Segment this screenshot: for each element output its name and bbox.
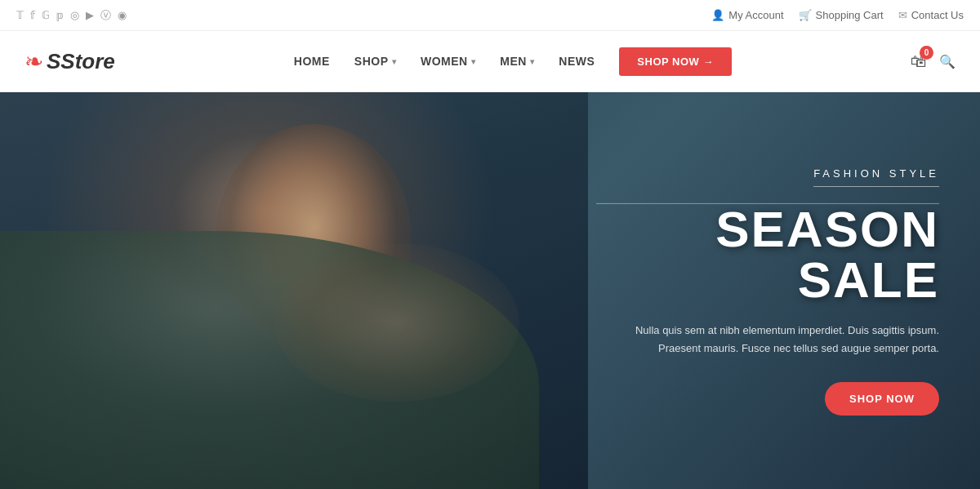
men-dropdown-arrow: ▾: [530, 57, 535, 66]
shopping-cart-link[interactable]: 🛒 Shopping Cart: [799, 9, 884, 21]
main-nav: HOME SHOP ▾ WOMEN ▾ MEN ▾ NEWS SHOP NOW …: [294, 47, 732, 76]
search-button[interactable]: 🔍: [939, 54, 956, 69]
nav-men[interactable]: MEN ▾: [500, 55, 534, 68]
hero-shop-now-button[interactable]: SHOP NOW: [825, 382, 939, 416]
my-account-link[interactable]: 👤 My Account: [711, 9, 783, 21]
logo[interactable]: ❧ SStore: [24, 48, 115, 75]
nav-home[interactable]: HOME: [294, 55, 330, 68]
vimeo-icon[interactable]: ⓥ: [100, 8, 111, 23]
pinterest-icon[interactable]: 𝕡: [56, 9, 64, 21]
facebook-icon[interactable]: 𝕗: [30, 9, 35, 21]
hero-content: FASHION STYLE SEASON SALE Nulla quis sem…: [596, 166, 939, 416]
nav-women[interactable]: WOMEN ▾: [421, 55, 475, 68]
social-icons: 𝕋 𝕗 𝔾 𝕡 ◎ ▶ ⓥ ◉: [16, 8, 127, 23]
youtube-icon[interactable]: ▶: [86, 9, 94, 21]
top-right-links: 👤 My Account 🛒 Shopping Cart ✉ Contact U…: [711, 9, 964, 21]
google-plus-icon[interactable]: 𝔾: [42, 9, 50, 21]
hero-title: SEASON SALE: [596, 204, 939, 305]
rss-icon[interactable]: ◉: [118, 9, 127, 21]
account-icon: 👤: [711, 9, 724, 21]
logo-text: SStore: [47, 49, 115, 74]
nav-shop[interactable]: SHOP ▾: [354, 55, 396, 68]
hero-section: FASHION STYLE SEASON SALE Nulla quis sem…: [0, 92, 980, 489]
top-bar: 𝕋 𝕗 𝔾 𝕡 ◎ ▶ ⓥ ◉ 👤 My Account 🛒 Shopping …: [0, 0, 980, 31]
twitter-icon[interactable]: 𝕋: [16, 9, 24, 21]
nav-news[interactable]: NEWS: [559, 55, 595, 68]
header: ❧ SStore HOME SHOP ▾ WOMEN ▾ MEN ▾ NEWS …: [0, 31, 980, 92]
hero-description: Nulla quis sem at nibh elementum imperdi…: [596, 322, 939, 358]
cart-count-badge: 0: [920, 46, 933, 60]
hero-fur: [274, 243, 519, 402]
search-icon: 🔍: [939, 55, 956, 69]
shop-dropdown-arrow: ▾: [392, 57, 397, 66]
instagram-icon[interactable]: ◎: [70, 9, 79, 21]
women-dropdown-arrow: ▾: [471, 57, 476, 66]
hero-subtitle: FASHION STYLE: [813, 167, 939, 187]
cart-button[interactable]: 🛍 0: [911, 52, 927, 71]
logo-icon: ❧: [24, 48, 43, 75]
header-right: 🛍 0 🔍: [911, 52, 956, 71]
contact-us-link[interactable]: ✉ Contact Us: [898, 9, 964, 21]
contact-icon: ✉: [898, 9, 907, 21]
shopping-cart-icon: 🛒: [799, 9, 812, 21]
header-shop-now-button[interactable]: SHOP NOW →: [619, 47, 732, 76]
